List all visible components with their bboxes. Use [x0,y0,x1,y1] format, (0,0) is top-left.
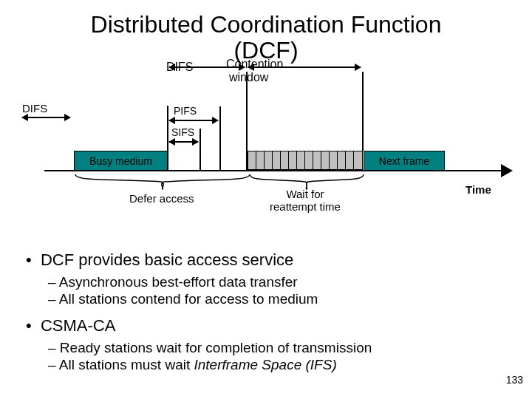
difs-left-label: DIFS [22,102,47,115]
bullet-1-sub-2: All stations contend for access to mediu… [48,290,372,308]
defer-brace-icon [74,173,251,191]
tick-sifs-end [200,129,201,170]
pifs-label: PIFS [174,105,197,117]
defer-access-label: Defer access [129,192,194,205]
page-title: Distributed Coordination Function (DCF) [0,0,532,64]
busy-medium-box: Busy medium [74,151,168,171]
bullet-1: • DCF provides basic access service [26,250,372,270]
sifs-span [169,141,198,143]
contention-window-slots [248,151,363,170]
contention-span [248,66,361,68]
tick-pifs-end [219,106,221,170]
bullet-list: • DCF provides basic access service Asyn… [26,250,372,381]
window-label: window [229,71,268,84]
title-line-1: Distributed Coordination Function [0,12,532,38]
time-axis-label: Time [466,183,491,196]
contention-label: Contention [226,58,283,71]
time-axis [44,170,502,171]
page-number: 133 [506,374,523,386]
timing-diagram: DIFS PIFS SIFS Busy medium Next frame [44,96,510,244]
bullet-2-sub-2: All stations must wait Interframe Space … [48,356,372,374]
pifs-span [169,120,218,121]
next-frame-box: Next frame [364,151,445,171]
bullet-2: • CSMA-CA [26,316,372,336]
difs-left-span [22,117,70,118]
sifs-label: SIFS [171,126,194,138]
tick-cw-end [362,72,364,151]
bullet-1-sub-1: Asynchronous best-effort data transfer [48,273,372,291]
difs-top-span [169,66,245,68]
time-axis-arrow-icon [501,164,513,177]
bullet-2-sub-1: Ready stations wait for completion of tr… [48,339,372,357]
wait-label: Wait for reattempt time [270,188,341,213]
